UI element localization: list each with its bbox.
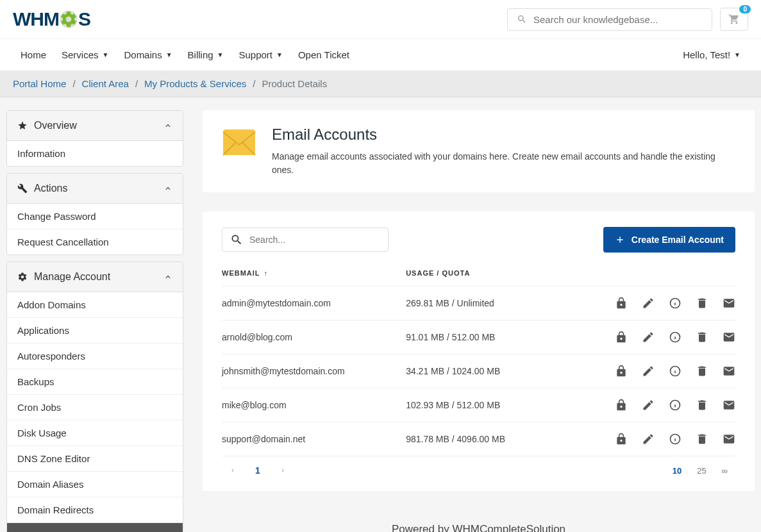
breadcrumb-products[interactable]: My Products & Services bbox=[144, 78, 246, 89]
cell-usage: 91.01 MB / 512.00 MB bbox=[406, 320, 555, 354]
mail-icon[interactable] bbox=[723, 433, 735, 445]
breadcrumb-portal-home[interactable]: Portal Home bbox=[13, 78, 66, 89]
chevron-down-icon: ▼ bbox=[217, 51, 224, 58]
edit-icon[interactable] bbox=[642, 433, 655, 445]
table-row: mike@blog.com102.93 MB / 512.00 MB bbox=[222, 388, 735, 422]
mail-icon bbox=[222, 128, 256, 156]
table-row: admin@mytestdomain.com269.81 MB / Unlimi… bbox=[222, 287, 735, 320]
page-title: Email Accounts bbox=[272, 126, 735, 144]
search-input[interactable] bbox=[533, 14, 703, 25]
delete-icon[interactable] bbox=[696, 433, 708, 445]
breadcrumb-current: Product Details bbox=[262, 78, 327, 89]
page-size-25[interactable]: 25 bbox=[697, 466, 706, 476]
logo[interactable]: WHM S bbox=[13, 8, 90, 30]
page-size-10[interactable]: 10 bbox=[673, 466, 682, 476]
cell-email: johnsmith@mytestdomain.com bbox=[222, 354, 406, 388]
info-icon[interactable] bbox=[669, 365, 682, 378]
info-icon[interactable] bbox=[669, 399, 682, 411]
lock-icon[interactable] bbox=[615, 297, 628, 310]
breadcrumb: Portal Home / Client Area / My Products … bbox=[0, 71, 761, 97]
sidebar-item-applications[interactable]: Applications bbox=[7, 318, 183, 344]
mail-icon[interactable] bbox=[723, 365, 735, 378]
chevron-down-icon: ▼ bbox=[166, 51, 172, 58]
plus-icon bbox=[615, 235, 625, 245]
panel-overview-header[interactable]: Overview bbox=[7, 111, 183, 141]
sidebar-item-dns-zone-editor[interactable]: DNS Zone Editor bbox=[7, 446, 183, 472]
edit-icon[interactable] bbox=[642, 331, 655, 344]
mail-icon[interactable] bbox=[723, 331, 735, 344]
lock-icon[interactable] bbox=[615, 331, 628, 344]
sidebar-item-information[interactable]: Information bbox=[7, 141, 183, 166]
knowledgebase-search[interactable] bbox=[507, 8, 712, 31]
cell-usage: 102.93 MB / 512.00 MB bbox=[406, 388, 555, 422]
sidebar-item-change-password[interactable]: Change Password bbox=[7, 204, 183, 229]
lock-icon[interactable] bbox=[615, 399, 628, 411]
chevron-down-icon: ▼ bbox=[103, 51, 109, 58]
mail-icon[interactable] bbox=[723, 399, 735, 411]
cell-email: mike@blog.com bbox=[222, 388, 406, 422]
delete-icon[interactable] bbox=[696, 331, 708, 344]
panel-manage-header[interactable]: Manage Account bbox=[7, 262, 183, 292]
table-row: arnold@blog.com91.01 MB / 512.00 MB bbox=[222, 320, 735, 354]
breadcrumb-client-area[interactable]: Client Area bbox=[82, 78, 129, 89]
chevron-up-icon bbox=[163, 121, 172, 130]
table-row: johnsmith@mytestdomain.com34.21 MB / 102… bbox=[222, 354, 735, 388]
table-search[interactable] bbox=[222, 228, 389, 252]
panel-actions-header[interactable]: Actions bbox=[7, 174, 183, 204]
edit-icon[interactable] bbox=[642, 297, 655, 310]
info-icon[interactable] bbox=[669, 433, 682, 445]
cell-email: support@domain.net bbox=[222, 422, 406, 456]
footer-text: Powered by WHMCompleteSolution bbox=[203, 510, 755, 532]
delete-icon[interactable] bbox=[696, 365, 708, 378]
search-icon bbox=[517, 14, 527, 24]
nav-user-menu[interactable]: Hello, Test!▼ bbox=[675, 39, 748, 71]
cell-usage: 269.81 MB / Unlimited bbox=[406, 287, 555, 320]
sidebar-item-autoresponders[interactable]: Autoresponders bbox=[7, 344, 183, 369]
column-webmail[interactable]: WEBMAIL↑ bbox=[222, 260, 406, 287]
column-usage[interactable]: USAGE / QUOTA bbox=[406, 260, 555, 287]
sidebar-item-domain-redirects[interactable]: Domain Redirects bbox=[7, 497, 183, 523]
sidebar-item-request-cancellation[interactable]: Request Cancellation bbox=[7, 229, 183, 254]
create-email-account-button[interactable]: Create Email Account bbox=[603, 227, 735, 253]
gear-icon bbox=[59, 10, 78, 29]
chevron-up-icon bbox=[163, 272, 172, 281]
sidebar-item-domain-aliases[interactable]: Domain Aliases bbox=[7, 472, 183, 497]
cell-email: admin@mytestdomain.com bbox=[222, 287, 406, 320]
sidebar-item-cron-jobs[interactable]: Cron Jobs bbox=[7, 395, 183, 420]
nav-domains[interactable]: Domains▼ bbox=[116, 39, 180, 71]
wrench-icon bbox=[17, 183, 28, 194]
nav-services[interactable]: Services▼ bbox=[54, 39, 116, 71]
info-icon[interactable] bbox=[669, 331, 682, 344]
nav-billing[interactable]: Billing▼ bbox=[180, 39, 231, 71]
nav-support[interactable]: Support▼ bbox=[231, 39, 290, 71]
lock-icon[interactable] bbox=[615, 365, 628, 378]
info-icon[interactable] bbox=[669, 297, 682, 310]
lock-icon[interactable] bbox=[615, 433, 628, 445]
prev-page-button[interactable] bbox=[230, 466, 236, 475]
next-page-button[interactable] bbox=[280, 466, 286, 475]
nav-home[interactable]: Home bbox=[13, 39, 54, 71]
cart-icon bbox=[728, 13, 740, 25]
chevron-down-icon: ▼ bbox=[734, 51, 740, 58]
sidebar-item-backups[interactable]: Backups bbox=[7, 369, 183, 395]
table-search-input[interactable] bbox=[249, 235, 380, 245]
edit-icon[interactable] bbox=[642, 365, 655, 378]
edit-icon[interactable] bbox=[642, 399, 655, 411]
delete-icon[interactable] bbox=[696, 399, 708, 411]
svg-rect-1 bbox=[223, 129, 255, 155]
nav-open-ticket[interactable]: Open Ticket bbox=[290, 39, 357, 71]
page-number[interactable]: 1 bbox=[255, 465, 260, 476]
cart-button[interactable]: 0 bbox=[720, 8, 748, 31]
page-size-∞[interactable]: ∞ bbox=[722, 466, 728, 476]
search-icon bbox=[230, 233, 243, 246]
sidebar-item-addon-domains[interactable]: Addon Domains bbox=[7, 292, 183, 318]
cell-usage: 34.21 MB / 1024.00 MB bbox=[406, 354, 555, 388]
cart-badge: 0 bbox=[739, 5, 751, 13]
star-icon bbox=[17, 121, 28, 131]
mail-icon[interactable] bbox=[723, 297, 735, 310]
sidebar-item-disk-usage[interactable]: Disk Usage bbox=[7, 420, 183, 446]
sidebar-item-email-accounts[interactable]: Email Accounts bbox=[7, 523, 183, 532]
page-description: Manage email accounts associated with yo… bbox=[272, 150, 735, 177]
cell-email: arnold@blog.com bbox=[222, 320, 406, 354]
delete-icon[interactable] bbox=[696, 297, 708, 310]
